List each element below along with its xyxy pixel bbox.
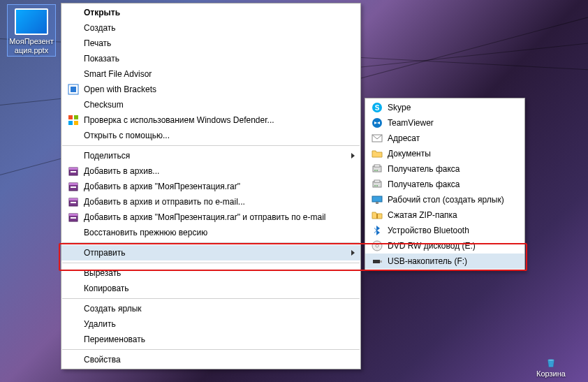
sendto-submenu: SSkypeTeamViewerАдресатДокументыПолучате… [365,98,525,271]
svg-rect-37 [380,260,382,263]
svg-rect-8 [69,168,78,170]
menu-item-props[interactable]: Свойства [61,352,360,367]
sendto-item-label: Сжатая ZIP-папка [385,210,457,220]
menu-item-show[interactable]: Показать [61,51,360,66]
disc-icon [369,240,385,251]
menu-item-brackets[interactable]: Open with Brackets [61,82,360,97]
menu-item-label: Open with Brackets [81,85,156,94]
rar-icon [66,196,81,207]
brackets-icon [66,84,81,95]
menu-item-openwith[interactable]: Открыть с помощью... [61,128,360,143]
menu-item-open[interactable]: Открыть [61,5,360,20]
menu-item-rename[interactable]: Переименовать [61,332,360,347]
svg-rect-2 [71,87,76,92]
recycle-bin[interactable]: Корзина [527,357,575,378]
menu-item-label: Checksum [81,100,124,110]
menu-item-cut[interactable]: Вырезать [61,265,360,281]
sendto-item-label: Устройство Bluetooth [385,226,469,235]
sendto-item-bt[interactable]: Устройство Bluetooth [365,223,524,238]
menu-item-label: Создать [81,23,116,33]
menu-item-rar-named[interactable]: Добавить в архив "МояПрезентация.rar" [61,179,360,194]
desktop-file-icon[interactable]: МояПрезентация.pptx [7,4,56,57]
svg-rect-31 [372,196,382,202]
sendto-item-label: Адресат [385,133,420,143]
desktop-file-label: МояПрезентация.pptx [8,37,55,54]
sendto-item-label: DVD RW дисковод (E:) [385,241,476,251]
sendto-item-skype[interactable]: SSkype [365,100,524,115]
defender-icon [66,115,81,126]
sendto-item-addr[interactable]: Адресат [365,131,524,146]
menu-item-print[interactable]: Печать [61,36,360,51]
svg-point-29 [374,185,376,186]
sendto-item-zip[interactable]: Сжатая ZIP-папка [365,207,524,223]
menu-item-shortcut[interactable]: Создать ярлык [61,301,360,316]
menu-item-label: Добавить в архив "МояПрезентация.rar" и … [81,212,325,222]
rar-icon [66,166,81,177]
menu-item-label: Отправить [81,248,126,258]
sendto-item-label: Документы [385,149,431,159]
menu-item-sfa[interactable]: Smart File Advisor [61,66,360,82]
svg-text:S: S [375,104,380,112]
menu-item-create[interactable]: Создать [61,20,360,36]
context-menu: ОткрытьСоздатьПечатьПоказатьSmart File A… [61,3,361,369]
sendto-item-label: Рабочий стол (создать ярлык) [385,195,504,205]
folder-icon [369,148,385,159]
pptx-thumbnail-icon [15,8,48,35]
sendto-item-usb[interactable]: USB-накопитель (F:) [365,254,524,269]
svg-rect-4 [74,115,78,119]
chevron-right-icon [351,250,355,256]
menu-item-rar-add[interactable]: Добавить в архив... [61,163,360,179]
sendto-item-label: TeamViewer [385,118,434,128]
svg-rect-15 [71,202,76,203]
menu-item-share[interactable]: Поделиться [61,148,360,163]
skype-icon: S [369,102,385,113]
menu-item-label: Копировать [81,284,129,293]
sendto-item-dvd[interactable]: DVD RW дисковод (E:) [365,238,524,254]
menu-item-label: Открыть с помощью... [81,131,170,140]
rar-icon [66,181,81,192]
sendto-item-deskshort[interactable]: Рабочий стол (создать ярлык) [365,192,524,207]
svg-rect-32 [376,202,378,204]
menu-item-label: Создать ярлык [81,304,142,314]
sendto-item-fax1[interactable]: Получатель факса [365,161,524,177]
menu-item-label: Добавить в архив "МояПрезентация.rar" [81,182,240,191]
svg-point-26 [376,170,378,171]
svg-rect-14 [69,198,78,200]
menu-item-delete[interactable]: Удалить [61,316,360,332]
menu-item-restore[interactable]: Восстановить прежнюю версию [61,225,360,240]
svg-rect-28 [374,180,380,182]
sendto-item-teamviewer[interactable]: TeamViewer [365,115,524,131]
menu-item-copy[interactable]: Копировать [61,281,360,296]
sendto-item-label: Получатель факса [385,164,460,174]
zip-icon [369,210,385,221]
menu-item-label: Свойства [81,355,121,365]
menu-item-rar-named-mail[interactable]: Добавить в архив "МояПрезентация.rar" и … [61,210,360,225]
menu-item-defender[interactable]: Проверка с использованием Windows Defend… [61,112,360,128]
bt-icon [369,225,385,236]
svg-rect-11 [69,183,78,185]
menu-item-sendto[interactable]: Отправить [61,245,360,260]
rar-icon [66,212,81,223]
svg-rect-12 [71,186,76,188]
menu-item-rar-mail[interactable]: Добавить в архив и отправить по e-mail..… [61,194,360,210]
recycle-bin-icon [545,357,557,368]
menu-item-label: Восстановить прежнюю версию [81,228,207,237]
menu-item-checksum[interactable]: Checksum [61,97,360,112]
menu-item-label: Поделиться [81,151,130,161]
usb-icon [369,256,385,267]
svg-rect-3 [68,115,73,119]
menu-item-label: Переименовать [81,335,145,344]
svg-rect-9 [71,171,76,172]
desk-icon [369,194,385,205]
svg-rect-6 [74,121,78,125]
chevron-right-icon [351,153,355,159]
sendto-item-docs[interactable]: Документы [365,146,524,161]
svg-point-0 [548,360,554,361]
menu-item-label: Smart File Advisor [81,69,152,79]
recycle-bin-label: Корзина [527,369,575,378]
menu-item-label: Добавить в архив... [81,166,159,176]
svg-rect-5 [68,121,73,125]
svg-rect-18 [71,217,76,219]
sendto-item-fax2[interactable]: Получатель факса [365,177,524,192]
svg-point-25 [374,170,376,171]
